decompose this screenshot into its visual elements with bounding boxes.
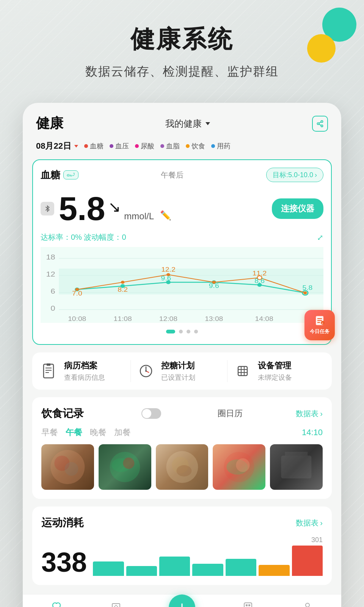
svg-point-73 — [236, 458, 250, 472]
food-image-5[interactable] — [270, 444, 323, 490]
svg-point-67 — [123, 458, 134, 469]
legend-diet[interactable]: 饮食 — [186, 142, 205, 151]
qa-medical-text: 病历档案 查看病历信息 — [64, 360, 130, 382]
qa-sugar-plan[interactable]: 控糖计划 已设置计划 — [130, 360, 228, 382]
date-dropdown-icon — [74, 145, 78, 148]
svg-rect-83 — [246, 604, 248, 606]
bs-edit-icon[interactable]: ✏️ — [160, 210, 171, 225]
share-button[interactable] — [312, 116, 328, 132]
legend-label-uric-acid: 尿酸 — [141, 142, 154, 151]
nav-item-add[interactable] — [169, 602, 195, 607]
svg-point-64 — [64, 462, 78, 476]
nav-item-profile[interactable]: 个人 — [301, 600, 314, 607]
bs-title-text: 血糖 — [41, 168, 60, 182]
food-image-1[interactable] — [41, 444, 94, 490]
dot-indicator-1[interactable] — [166, 330, 175, 333]
qa-plan-sub: 已设置计划 — [161, 373, 228, 382]
food-image-4[interactable] — [213, 444, 265, 490]
device-mgmt-icon — [234, 362, 252, 380]
dot-indicator-4[interactable] — [194, 330, 198, 333]
legend-label-diet: 饮食 — [191, 142, 205, 151]
bs-unit: mmol/L — [124, 211, 154, 225]
app-subtitle: 数据云储存、检测提醒、监护群组 — [15, 63, 349, 80]
quick-actions-bar: 病历档案 查看病历信息 控糖计划 已设置计划 — [32, 352, 332, 390]
diet-title: 饮食记录 — [41, 406, 84, 421]
svg-point-0 — [321, 120, 323, 122]
qa-device-mgmt[interactable]: 设备管理 未绑定设备 — [227, 360, 324, 382]
svg-text:10:08: 10:08 — [68, 316, 86, 322]
svg-text:12: 12 — [46, 270, 55, 278]
svg-point-24 — [121, 281, 125, 284]
diet-data-link[interactable]: 数据表 › — [296, 409, 323, 419]
svg-rect-57 — [238, 366, 247, 376]
legend-dot-blood-sugar — [84, 144, 88, 148]
qa-medical-sub: 查看病历信息 — [64, 373, 130, 382]
svg-text:7.0: 7.0 — [72, 290, 82, 297]
bs-card-header: 血糖 G lu 午餐后 目标:5.0-10.0 › — [41, 168, 323, 182]
meal-tabs: 早餐 午餐 晚餐 加餐 — [41, 427, 131, 438]
diet-data-link-arrow: › — [320, 409, 323, 418]
exercise-value-container: 338 — [41, 549, 87, 576]
legend-blood-pressure[interactable]: 血压 — [110, 142, 129, 151]
qa-medical-records[interactable]: 病历档案 查看病历信息 — [40, 360, 130, 382]
legend-blood-sugar[interactable]: 血糖 — [84, 142, 104, 151]
exercise-data-link[interactable]: 数据表 › — [296, 518, 323, 528]
svg-rect-16 — [59, 269, 323, 294]
qa-plan-text: 控糖计划 已设置计划 — [161, 360, 228, 382]
exercise-value: 338 — [41, 549, 87, 576]
svg-text:lu: lu — [70, 174, 72, 177]
bs-stats-text: 达标率：0% 波动幅度：0 — [41, 232, 126, 242]
tab-dinner[interactable]: 晚餐 — [90, 427, 107, 438]
legend-dot-blood-fat — [160, 144, 164, 148]
bar-4 — [192, 564, 223, 576]
tab-snack[interactable]: 加餐 — [114, 427, 131, 438]
legend-dot-medication — [211, 144, 215, 148]
diet-time: 14:10 — [302, 428, 323, 437]
qa-device-text: 设备管理 未绑定设备 — [258, 360, 324, 382]
connect-device-button[interactable]: 连接仪器 — [272, 198, 323, 219]
nav-item-vision[interactable]: 视界 — [109, 600, 123, 607]
food-image-2[interactable] — [99, 444, 151, 490]
nav-item-health[interactable]: 健康 — [50, 600, 63, 607]
svg-point-28 — [303, 291, 307, 294]
svg-rect-48 — [44, 364, 53, 378]
my-health-selector[interactable]: 我的健康 — [165, 118, 210, 130]
tab-breakfast[interactable]: 早餐 — [41, 427, 58, 438]
exercise-bar-label: 301 — [311, 536, 323, 544]
glu-icon: G lu — [63, 170, 78, 179]
legend-dot-blood-pressure — [110, 144, 113, 148]
expand-icon[interactable]: ⤢ — [317, 233, 323, 242]
bs-target-button[interactable]: 目标:5.0-10.0 › — [266, 168, 323, 182]
exercise-content: 338 301 — [41, 536, 323, 576]
svg-text:11.2: 11.2 — [253, 270, 267, 277]
today-task-button[interactable]: ≡ 今日任务 — [304, 310, 335, 340]
qa-device-title: 设备管理 — [258, 360, 324, 371]
app-header: 健康系统 数据云储存、检测提醒、监护群组 — [0, 0, 364, 88]
bar-7 — [292, 546, 323, 576]
dot-indicator-2[interactable] — [179, 330, 183, 333]
tab-lunch[interactable]: 午餐 — [66, 427, 82, 438]
legend-uric-acid[interactable]: 尿酸 — [135, 142, 154, 151]
svg-rect-52 — [47, 363, 50, 366]
legend-blood-fat[interactable]: 血脂 — [160, 142, 180, 151]
bs-meal-label: 午餐后 — [161, 170, 184, 180]
svg-text:G: G — [67, 173, 70, 177]
blood-sugar-chart[interactable]: 18 12 6 0 — [41, 247, 323, 323]
date-selector[interactable]: 08月22日 — [36, 140, 78, 152]
food-image-3[interactable] — [156, 444, 209, 490]
svg-line-3 — [319, 124, 321, 125]
diet-data-link-text: 数据表 — [296, 409, 318, 419]
bs-stats-row: 达标率：0% 波动幅度：0 ⤢ — [41, 229, 323, 247]
legend-dot-uric-acid — [135, 144, 139, 148]
svg-text:9.6: 9.6 — [209, 283, 219, 289]
add-nav-button[interactable] — [169, 594, 195, 607]
svg-rect-74 — [281, 456, 312, 478]
dot-indicator-3[interactable] — [187, 330, 190, 333]
diet-toggle[interactable] — [141, 408, 161, 419]
svg-line-4 — [319, 122, 321, 123]
nav-item-life[interactable]: 生活 — [241, 600, 255, 607]
today-task-label: 今日任务 — [310, 328, 329, 335]
svg-text:8.2: 8.2 — [118, 286, 128, 293]
legend-medication[interactable]: 用药 — [211, 142, 231, 151]
app-title: 健康系统 — [15, 23, 349, 56]
